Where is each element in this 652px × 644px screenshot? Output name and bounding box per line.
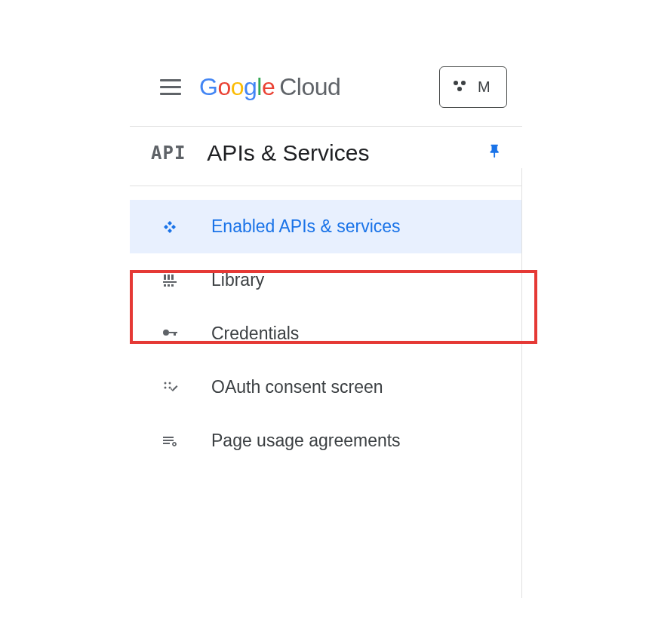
nav-item-library[interactable]: Library [130,253,522,307]
page-usage-icon [158,432,181,450]
nav-label: Credentials [211,324,299,344]
diamond-icon [158,218,181,236]
consent-screen-icon [158,379,181,397]
library-icon [158,271,181,290]
svg-point-3 [165,382,167,384]
project-icon [451,76,469,98]
svg-point-1 [461,81,466,85]
key-icon [158,325,181,343]
api-icon: API [151,143,186,164]
nav-item-credentials[interactable]: Credentials [130,307,522,360]
divider [521,168,522,598]
project-name-partial: M [478,78,491,96]
section-header: API APIs & Services [130,127,522,186]
nav-label: Library [211,270,264,290]
sidebar-panel: Google Cloud M API APIs & Services Enabl… [130,51,522,468]
svg-point-5 [165,386,167,388]
nav-item-oauth-consent[interactable]: OAuth consent screen [130,360,522,414]
svg-point-4 [169,382,171,384]
google-cloud-logo[interactable]: Google Cloud [199,73,340,101]
svg-point-2 [457,87,462,91]
project-selector-button[interactable]: M [439,66,507,108]
hamburger-menu-icon[interactable] [160,79,181,95]
nav-label: OAuth consent screen [211,377,383,397]
section-title: APIs & Services [207,140,466,166]
nav-item-page-usage[interactable]: Page usage agreements [130,414,522,468]
nav-list: Enabled APIs & services Library Credenti… [130,186,522,468]
nav-label: Enabled APIs & services [211,216,401,237]
svg-point-0 [454,81,458,85]
nav-label: Page usage agreements [211,431,401,451]
logo-cloud-text: Cloud [279,73,340,101]
topbar: Google Cloud M [130,51,522,127]
pin-icon[interactable] [487,142,504,165]
svg-point-6 [169,386,171,388]
nav-item-enabled-apis[interactable]: Enabled APIs & services [130,200,522,253]
